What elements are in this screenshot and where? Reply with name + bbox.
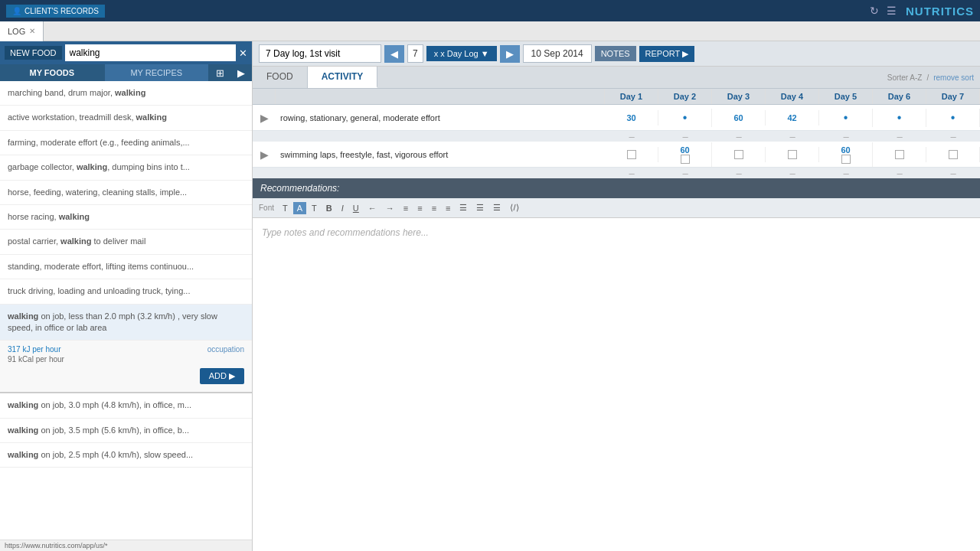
cell-checkbox[interactable] <box>681 155 690 164</box>
cell-checkbox[interactable] <box>734 150 743 159</box>
menu-icon[interactable]: ☰ <box>887 5 897 17</box>
activity-table: ▶ rowing, stationary, general, moderate … <box>253 105 980 178</box>
day-log-label: x x Day Log ▼ <box>426 46 497 61</box>
date-display: 10 Sep 2014 <box>523 44 592 63</box>
notes-button[interactable]: NOTES <box>595 46 636 61</box>
log-tab-label: LOG <box>8 27 25 36</box>
activity-row-name: swimming laps, freestyle, fast, vigorous… <box>276 147 605 162</box>
row-cell-day7[interactable]: • <box>926 109 980 127</box>
row-cell-day7[interactable] <box>926 147 980 162</box>
cell-checkbox[interactable] <box>841 155 851 164</box>
remove-sort-label[interactable]: remove sort <box>933 73 974 82</box>
rec-tool-align1[interactable]: ≡ <box>400 201 412 215</box>
list-item[interactable]: standing, moderate effort, lifting items… <box>0 255 252 279</box>
activity-row: ▶ rowing, stationary, general, moderate … <box>253 105 980 131</box>
row-cell-day2[interactable]: • <box>658 109 712 127</box>
list-item[interactable]: walking on job, 3.5 mph (5.6 km/h), in o… <box>0 419 252 443</box>
cell-checkbox[interactable] <box>627 150 636 159</box>
my-recipes-tab[interactable]: MY RECIPES <box>105 64 210 81</box>
row-cell-day1[interactable] <box>605 147 658 162</box>
list-item[interactable]: horse, feeding, watering, cleaning stall… <box>0 181 252 205</box>
x-prefix: x <box>434 49 439 58</box>
cell-checkbox[interactable] <box>949 150 958 159</box>
list-item[interactable]: garbage collector, walking, dumping bins… <box>0 155 252 180</box>
recommendations-section: Recommendations: Font T A T B I U ← → ≡ … <box>253 178 980 551</box>
sep-cell: – <box>873 168 926 179</box>
row-cell-day6[interactable]: • <box>873 109 926 127</box>
row-cell-day3[interactable]: 60 <box>712 110 766 126</box>
list-item[interactable]: farming, moderate effort (e.g., feeding … <box>0 131 252 155</box>
rec-tool-T2[interactable]: T <box>308 201 321 215</box>
search-clear-icon[interactable]: ✕ <box>239 47 247 59</box>
rec-tool-A[interactable]: A <box>293 202 306 214</box>
rec-header: Recommendations: <box>253 178 980 198</box>
rec-tool-source[interactable]: ⟨/⟩ <box>506 201 522 215</box>
row-cell-day4[interactable] <box>766 147 819 162</box>
rec-content[interactable]: Type notes and recommendations here... <box>253 218 980 551</box>
report-button[interactable]: REPORT ▶ <box>639 46 695 62</box>
row-expand-btn[interactable]: ▶ <box>253 109 276 127</box>
rec-tool-underline[interactable]: U <box>349 201 363 215</box>
row-separator: – – – – – – – <box>253 131 980 142</box>
list-item-detail: occupation 317 kJ per hour 91 kCal per h… <box>0 341 252 393</box>
row-cell-day5[interactable]: 60 <box>819 142 873 167</box>
rec-tool-bold[interactable]: B <box>322 201 336 215</box>
rec-tool-indent-right[interactable]: → <box>382 201 398 215</box>
add-activity-button[interactable]: ADD ▶ <box>200 368 244 384</box>
list-item[interactable]: postal carrier, walking to deliver mail <box>0 230 252 254</box>
rec-tool-align4[interactable]: ≡ <box>442 201 454 215</box>
list-item-selected[interactable]: walking on job, less than 2.0 mph (3.2 k… <box>0 305 252 341</box>
name-col-header <box>276 89 605 104</box>
refresh-icon[interactable]: ↻ <box>870 5 879 17</box>
row-cell-day2[interactable]: 60 <box>658 142 712 167</box>
sep-cell: – <box>658 131 712 142</box>
log-tab[interactable]: LOG ✕ <box>0 21 44 41</box>
my-foods-tab[interactable]: MY FOODS <box>0 64 105 81</box>
sidebar-search-bar: NEW FOOD ✕ <box>0 41 252 64</box>
row-cell-day4[interactable]: 42 <box>766 110 819 126</box>
person-icon: 👤 <box>12 7 21 15</box>
rec-tool-list1[interactable]: ☰ <box>456 201 471 215</box>
rec-tool-italic[interactable]: I <box>338 201 348 215</box>
cell-checkbox[interactable] <box>788 150 797 159</box>
food-tab[interactable]: FOOD <box>253 67 308 88</box>
log-tab-close[interactable]: ✕ <box>29 27 35 35</box>
row-cell-day1[interactable]: 30 <box>605 110 658 126</box>
activity-tab[interactable]: ACTIVITY <box>308 67 378 88</box>
list-item[interactable]: walking on job, 2.5 mph (4.0 km/h), slow… <box>0 443 252 468</box>
day-counter: 7 <box>407 44 423 63</box>
rec-tool-list3[interactable]: ☰ <box>489 201 505 215</box>
row-cell-day5[interactable]: • <box>819 109 873 127</box>
top-bar: 👤 CLIENT'S RECORDS ↻ ☰ NUTRITICS <box>0 0 980 21</box>
list-item[interactable]: marching band, drum major, walking <box>0 81 252 106</box>
main-layout: NEW FOOD ✕ MY FOODS MY RECIPES ⊞ ▶ march… <box>0 41 980 551</box>
client-records-btn[interactable]: 👤 CLIENT'S RECORDS <box>6 5 105 18</box>
log-header: ◀ 7 x x Day Log ▼ ▶ 10 Sep 2014 NOTES RE… <box>253 41 980 67</box>
sep-cell: – <box>605 131 658 142</box>
activity-row: ▶ swimming laps, freestyle, fast, vigoro… <box>253 142 980 168</box>
list-item[interactable]: walking on job, 3.0 mph (4.8 km/h), in o… <box>0 393 252 418</box>
new-food-button[interactable]: NEW FOOD <box>5 46 62 60</box>
sep-cell: – <box>926 131 980 142</box>
rec-tool-align3[interactable]: ≡ <box>428 201 440 215</box>
cell-checkbox[interactable] <box>895 150 904 159</box>
row-expand-btn[interactable]: ▶ <box>253 145 276 164</box>
day6-header: Day 6 <box>873 89 926 104</box>
row-cell-day6[interactable] <box>873 147 926 162</box>
rec-tool-indent-left[interactable]: ← <box>364 201 381 215</box>
list-item[interactable]: active workstation, treadmill desk, walk… <box>0 106 252 130</box>
next-btn[interactable]: ▶ <box>500 45 520 63</box>
log-title-input[interactable] <box>259 44 381 63</box>
search-input[interactable] <box>65 44 237 61</box>
left-sidebar: NEW FOOD ✕ MY FOODS MY RECIPES ⊞ ▶ march… <box>0 41 253 551</box>
prev-btn[interactable]: ◀ <box>384 45 404 63</box>
list-item[interactable]: truck driving, loading and unloading tru… <box>0 279 252 304</box>
sidebar-settings-icon[interactable]: ▶ <box>230 64 252 81</box>
sidebar-tab-icon[interactable]: ⊞ <box>209 64 230 81</box>
rec-tool-align2[interactable]: ≡ <box>413 201 426 215</box>
row-cell-day3[interactable] <box>712 147 766 162</box>
rec-tool-T1[interactable]: T <box>279 201 292 215</box>
rec-tool-list2[interactable]: ☰ <box>472 201 488 215</box>
list-item[interactable]: horse racing, walking <box>0 205 252 230</box>
nutritics-logo: NUTRITICS <box>906 5 974 18</box>
